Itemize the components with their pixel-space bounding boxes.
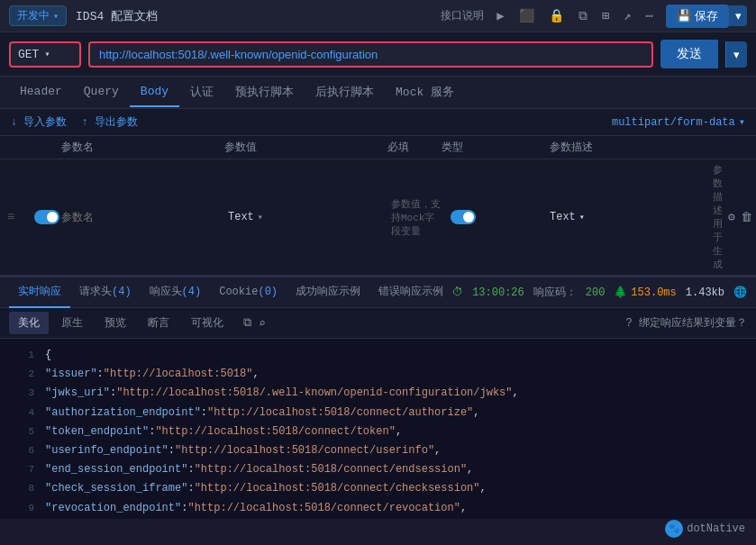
json-line: 1{ (0, 346, 756, 365)
save-icon: 💾 (677, 9, 691, 23)
url-bar: GET ▾ 发送 ▾ (0, 32, 756, 77)
resp-tab-request-headers[interactable]: 请求头(4) (70, 277, 141, 308)
param-toggle[interactable] (34, 210, 59, 224)
placeholder-value: 参数值，支持Mock字段变量 (387, 197, 442, 238)
tab-body[interactable]: Body (130, 77, 179, 107)
settings-icon[interactable]: ⚙ (728, 210, 735, 224)
json-line: 5 "token_endpoint": "http://localhost:50… (0, 422, 756, 441)
view-tab-assert[interactable]: 断言 (139, 312, 178, 334)
response-time: 13:00:26 (472, 286, 524, 299)
save-button[interactable]: 💾 保存 (666, 5, 729, 28)
desc-col-header: 参数描述 (550, 140, 713, 155)
json-line: 4 "authorization_endpoint": "http://loca… (0, 404, 756, 422)
type-label-1: Text (228, 211, 254, 223)
type-select-2[interactable]: Text ▾ (550, 211, 713, 223)
status-code: 200 (586, 286, 606, 299)
status-label: 响应码： (533, 285, 577, 300)
json-line: 9 "revocation_endpoint": "http://localho… (0, 499, 756, 518)
view-tab-raw[interactable]: 原生 (52, 312, 92, 334)
stop-icon[interactable]: ⬛ (515, 6, 538, 25)
import-params-button[interactable]: ↓ 导入参数 (11, 114, 67, 130)
type-select-wrapper: Text ▾ (224, 211, 387, 223)
tree-icon: 🌲 (614, 286, 627, 299)
tab-post-script[interactable]: 后执行脚本 (305, 77, 385, 109)
resp-tab-error-example[interactable]: 错误响应示例 (369, 277, 452, 308)
env-arrow: ▾ (53, 11, 59, 22)
json-output: 1{2 "issuer": "http://localhost:5018",3 … (0, 339, 756, 519)
params-toolbar: ↓ 导入参数 ↑ 导出参数 multipart/form-data ▾ (0, 109, 756, 136)
lock-icon[interactable]: 🔒 (545, 6, 568, 25)
doc-title: IDS4 配置文档 (76, 8, 432, 24)
play-icon[interactable]: ▶ (493, 6, 507, 25)
tab-pre-script[interactable]: 预执行脚本 (224, 77, 305, 109)
response-tabs-bar: 实时响应 请求头(4) 响应头(4) Cookie(0) 成功响应示例 错误响应… (0, 276, 756, 308)
status-info: ⏱ 13:00:26 响应码： 200 🌲 153.0ms 1.43kb 🌐 (452, 285, 747, 300)
save-button-group: 💾 保存 ▾ (666, 5, 747, 28)
view-tab-preview[interactable]: 预览 (96, 312, 135, 334)
resp-tab-success-example[interactable]: 成功响应示例 (287, 277, 369, 308)
more-icon[interactable]: ⋯ (642, 6, 657, 25)
interface-label: 接口说明 (441, 8, 484, 23)
url-input[interactable] (99, 48, 642, 61)
copy-button[interactable]: ⧉ (243, 316, 251, 330)
env-label: 开发中 (17, 8, 50, 23)
delete-icon[interactable]: 🗑 (741, 211, 752, 224)
type-col-header: 类型 (442, 140, 550, 155)
search-button[interactable]: ⌕ (259, 316, 266, 331)
response-duration: 🌲 153.0ms (614, 286, 676, 299)
export-icon[interactable]: ↗ (620, 6, 634, 25)
view-tab-beautify[interactable]: 美化 (9, 312, 49, 334)
method-select[interactable]: GET ▾ (9, 41, 81, 68)
type-arrow-2: ▾ (579, 212, 585, 223)
name-col-header: 参数名 (61, 140, 224, 155)
tab-query[interactable]: Query (73, 77, 130, 107)
json-line: 6 "userinfo_endpoint": "http://localhost… (0, 441, 756, 460)
copy-icon[interactable]: ⧉ (575, 7, 591, 25)
watermark: 🐾 dotNative (665, 520, 745, 538)
type-arrow-1[interactable]: ▾ (258, 212, 263, 223)
json-line: 7 "end_session_endpoint": "http://localh… (0, 460, 756, 479)
request-tabs-bar: Header Query Body 认证 预执行脚本 后执行脚本 Mock 服务 (0, 77, 756, 109)
env-badge[interactable]: 开发中 ▾ (9, 5, 67, 26)
save-dropdown-button[interactable]: ▾ (729, 5, 747, 26)
view-tab-visualize[interactable]: 可视化 (182, 312, 232, 334)
json-line: 8 "check_session_iframe": "http://localh… (0, 479, 756, 498)
view-tabs-bar: 美化 原生 预览 断言 可视化 ⧉ ⌕ ? 绑定响应结果到变量？ (0, 308, 756, 339)
watermark-icon: 🐾 (665, 520, 683, 538)
row-actions: 参数描述用于生成 ⚙ 🗑 (713, 163, 749, 271)
json-line: 2 "issuer": "http://localhost:5018", (0, 365, 756, 384)
grid-icon[interactable]: ⊞ (598, 6, 613, 25)
top-bar: 开发中 ▾ IDS4 配置文档 接口说明 ▶ ⬛ 🔒 ⧉ ⊞ ↗ ⋯ 💾 保存 … (0, 0, 756, 32)
url-input-wrapper (88, 41, 653, 68)
send-dropdown-button[interactable]: ▾ (725, 41, 747, 68)
resp-tab-cookie[interactable]: Cookie(0) (210, 278, 287, 307)
method-arrow: ▾ (44, 49, 50, 59)
desc-placeholder: 参数描述用于生成 (713, 163, 723, 271)
params-header: 参数名 参数值 必填 类型 参数描述 (0, 136, 756, 159)
required-toggle[interactable] (451, 210, 476, 224)
json-line: 3 "jwks_uri": "http://localhost:5018/.we… (0, 384, 756, 403)
param-name-input[interactable] (61, 211, 224, 223)
globe-icon: 🌐 (733, 286, 747, 299)
resp-tab-response-headers[interactable]: 响应头(4) (141, 277, 211, 308)
tab-auth[interactable]: 认证 (179, 77, 224, 109)
tab-mock[interactable]: Mock 服务 (385, 77, 465, 109)
send-button[interactable]: 发送 (660, 40, 718, 68)
resp-tab-realtime[interactable]: 实时响应 (9, 277, 70, 308)
multipart-label[interactable]: multipart/form-data ▾ (612, 115, 745, 129)
watermark-label: dotNative (687, 522, 745, 535)
save-label: 保存 (695, 8, 718, 24)
type-label-2: Text (550, 211, 576, 223)
clock-icon: ⏱ (452, 286, 463, 299)
required-col-header: 必填 (387, 140, 442, 155)
value-col-header: 参数值 (224, 140, 387, 155)
bind-var-button[interactable]: ? 绑定响应结果到变量？ (626, 315, 747, 331)
tab-header[interactable]: Header (9, 77, 73, 107)
export-params-button[interactable]: ↑ 导出参数 (81, 114, 137, 130)
method-label: GET (18, 48, 39, 61)
response-size: 1.43kb (686, 286, 724, 299)
json-line: 10 "introspection_endpoint": "http://loc… (0, 518, 756, 519)
top-icons: ▶ ⬛ 🔒 ⧉ ⊞ ↗ ⋯ (493, 6, 657, 25)
params-row: ≡ Text ▾ 参数值，支持Mock字段变量 Text ▾ 参数描述用于生成 … (0, 159, 756, 276)
drag-handle[interactable]: ≡ (7, 210, 34, 224)
